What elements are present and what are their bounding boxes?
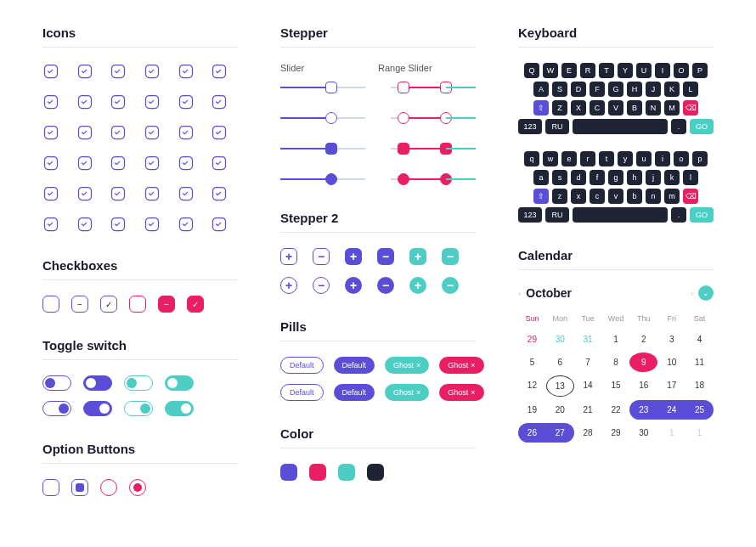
cal-day-5[interactable]: 5 [518,352,546,372]
cal-day-1[interactable]: 1 [685,423,714,443]
cal-day-26[interactable]: 26 [518,423,546,443]
checkbox-pink-empty[interactable] [129,296,146,313]
cal-prev-icon[interactable]: ‹ [518,289,521,298]
key-P[interactable]: P [692,63,708,78]
pill-ghost-pink-2[interactable]: Ghost × [439,384,483,401]
key-R[interactable]: R [580,63,595,78]
key-T[interactable]: T [599,63,614,78]
range-slider-3[interactable] [391,173,476,185]
range-slider-2[interactable] [391,143,476,155]
key-y[interactable]: y [618,151,633,166]
cal-day-7[interactable]: 7 [574,352,602,372]
cal-day-12[interactable]: 12 [518,375,546,397]
key-Y[interactable]: Y [618,63,633,78]
cal-day-28[interactable]: 28 [574,423,602,443]
key-C[interactable]: C [590,100,605,116]
toggle-teal-fill-on[interactable] [165,401,194,416]
cal-day-1[interactable]: 1 [602,330,630,349]
slider-2[interactable] [280,143,365,155]
stepper-minus-purple[interactable]: − [377,248,394,265]
cal-day-22[interactable]: 22 [602,400,630,420]
key-D[interactable]: D [571,82,586,97]
calendar-dropdown-icon[interactable]: ⌄ [698,285,714,301]
swatch-purple[interactable] [280,464,297,481]
key-123[interactable]: 123 [518,207,542,223]
toggle-fill-on[interactable] [83,401,112,416]
checkbox-pink-minus[interactable]: − [158,296,175,313]
pill-ghost-teal[interactable]: Ghost × [385,357,429,374]
cal-day-27[interactable]: 27 [546,423,574,443]
key-B[interactable]: B [627,100,642,116]
key-p[interactable]: p [692,151,708,166]
cal-day-1[interactable]: 1 [657,423,685,443]
pill-default-purple-2[interactable]: Default [334,384,375,401]
key-j[interactable]: j [646,170,661,185]
option-round-empty[interactable] [100,479,117,496]
cal-day-6[interactable]: 6 [546,352,574,372]
stepper-plus-purple-round[interactable]: + [345,277,362,294]
key-u[interactable]: u [636,151,652,166]
key-U[interactable]: U [636,63,652,78]
stepper-plus-outline[interactable]: + [280,248,297,265]
key-RU[interactable]: RU [545,119,569,134]
key-K[interactable]: K [664,82,680,97]
key-F[interactable]: F [590,82,605,97]
cal-day-2[interactable]: 2 [629,330,657,349]
key-M[interactable]: M [664,100,680,116]
key-Q[interactable]: Q [524,63,539,78]
swatch-teal[interactable] [338,464,355,481]
key-V[interactable]: V [608,100,623,116]
range-slider-1[interactable] [391,112,476,124]
key-GO[interactable]: GO [690,119,714,134]
key-space[interactable] [573,207,668,223]
cal-day-8[interactable]: 8 [602,352,630,372]
option-square-empty[interactable] [42,479,59,496]
toggle-teal-outline-on[interactable] [124,401,153,416]
checkbox-empty[interactable] [42,296,59,313]
key-d[interactable]: d [571,170,586,185]
pill-ghost-pink[interactable]: Ghost × [439,357,483,374]
cal-day-17[interactable]: 17 [657,375,685,397]
pill-ghost-teal-2[interactable]: Ghost × [385,384,429,401]
key-g[interactable]: g [608,170,623,185]
slider-0[interactable] [280,82,365,93]
cal-day-23[interactable]: 23 [629,400,657,420]
stepper-minus-teal[interactable]: − [442,248,459,265]
cal-day-4[interactable]: 4 [685,330,714,349]
key-k[interactable]: k [664,170,680,185]
key-⇧[interactable]: ⇧ [533,189,549,204]
key-b[interactable]: b [627,189,642,204]
toggle-teal-fill[interactable] [165,375,194,391]
key-⌫[interactable]: ⌫ [683,100,698,116]
cal-day-30[interactable]: 30 [546,330,574,349]
key-n[interactable]: n [646,189,661,204]
key-O[interactable]: O [674,63,689,78]
cal-day-24[interactable]: 24 [657,400,685,420]
key-X[interactable]: X [571,100,586,116]
stepper-minus-teal-round[interactable]: − [442,277,459,294]
cal-day-21[interactable]: 21 [574,400,602,420]
cal-day-11[interactable]: 11 [685,352,714,372]
key-m[interactable]: m [664,189,680,204]
key-.[interactable]: . [671,207,686,223]
key-H[interactable]: H [627,82,642,97]
key-l[interactable]: l [683,170,698,185]
key-i[interactable]: i [655,151,670,166]
key-S[interactable]: S [552,82,567,97]
option-square-selected[interactable] [71,479,88,496]
cal-day-14[interactable]: 14 [574,375,602,397]
key-t[interactable]: t [599,151,614,166]
stepper-minus-outline[interactable]: − [313,248,330,265]
key-G[interactable]: G [608,82,623,97]
cal-day-10[interactable]: 10 [657,352,685,372]
range-slider-0[interactable] [391,82,476,93]
key-h[interactable]: h [627,170,642,185]
key-E[interactable]: E [561,63,577,78]
cal-day-19[interactable]: 19 [518,400,546,420]
key-⌫[interactable]: ⌫ [683,189,698,204]
key-x[interactable]: x [571,189,586,204]
key-J[interactable]: J [646,82,661,97]
cal-day-18[interactable]: 18 [685,375,714,397]
key-A[interactable]: A [533,82,549,97]
pill-default-outline[interactable]: Default [280,357,324,374]
